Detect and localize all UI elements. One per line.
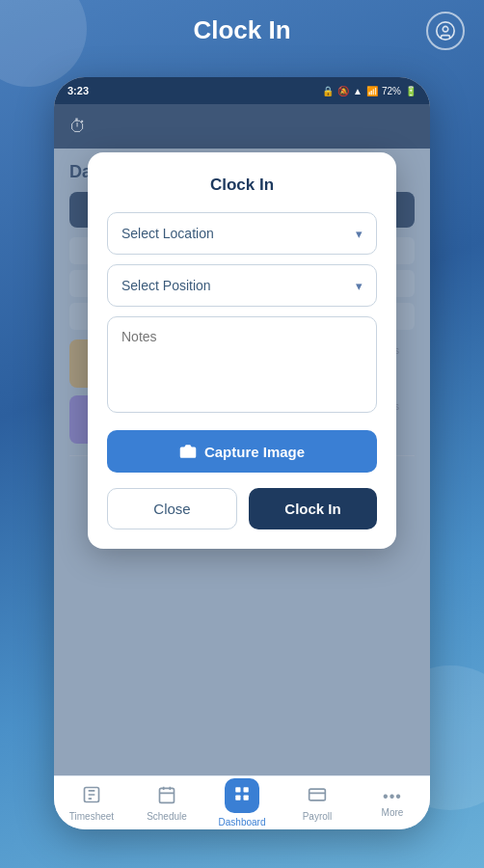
settings-icon[interactable] — [426, 12, 465, 50]
payroll-icon — [308, 785, 327, 809]
svg-rect-5 — [235, 787, 240, 792]
status-time: 3:23 — [67, 85, 89, 96]
svg-rect-8 — [244, 796, 249, 800]
bottom-nav: Timesheet Schedule Dashboard — [54, 775, 430, 829]
clock-in-modal: Clock In Select Location ▾ Select Positi… — [88, 152, 396, 549]
select-position-label: Select Position — [121, 278, 211, 293]
nav-item-more[interactable]: ••• More — [355, 788, 430, 818]
timesheet-label: Timesheet — [69, 811, 114, 822]
close-button[interactable]: Close — [107, 488, 237, 529]
more-icon: ••• — [383, 788, 402, 805]
timesheet-icon — [82, 785, 101, 809]
schedule-label: Schedule — [147, 811, 187, 822]
svg-rect-7 — [235, 796, 240, 800]
app-header: Clock In — [0, 0, 484, 61]
payroll-label: Payroll — [303, 811, 333, 822]
more-label: More — [382, 807, 404, 818]
dashboard-icon — [233, 785, 251, 806]
notes-input[interactable] — [107, 316, 377, 413]
svg-point-1 — [443, 26, 448, 32]
dashboard-active-bg — [225, 778, 259, 813]
nav-item-schedule[interactable]: Schedule — [129, 785, 204, 822]
chevron-down-icon: ▾ — [356, 227, 363, 241]
svg-rect-4 — [160, 788, 175, 802]
modal-title: Clock In — [107, 176, 377, 195]
capture-image-label: Capture Image — [204, 444, 305, 460]
dashboard-label: Dashboard — [219, 817, 266, 827]
select-location-dropdown[interactable]: Select Location ▾ — [107, 212, 377, 255]
chevron-down-icon-2: ▾ — [356, 279, 363, 293]
capture-image-button[interactable]: Capture Image — [107, 430, 377, 473]
nav-item-dashboard[interactable]: Dashboard — [204, 778, 280, 827]
schedule-icon — [157, 785, 176, 809]
app-title: Clock In — [193, 15, 290, 45]
select-position-dropdown[interactable]: Select Position ▾ — [107, 264, 377, 307]
clock-in-button[interactable]: Clock In — [249, 488, 377, 529]
status-icons: 🔒 🔕 ▲ 📶 72% 🔋 — [322, 86, 417, 96]
svg-point-0 — [437, 21, 454, 39]
modal-actions: Close Clock In — [107, 488, 377, 529]
svg-rect-6 — [244, 787, 249, 792]
status-bar: 3:23 🔒 🔕 ▲ 📶 72% 🔋 — [54, 77, 430, 104]
camera-icon — [179, 443, 197, 460]
nav-item-timesheet[interactable]: Timesheet — [54, 785, 129, 822]
svg-rect-9 — [309, 789, 326, 800]
phone-frame: 3:23 🔒 🔕 ▲ 📶 72% 🔋 ⏱ Dashboard Clock In — [54, 77, 430, 829]
select-location-label: Select Location — [121, 226, 214, 241]
modal-overlay: Clock In Select Location ▾ Select Positi… — [54, 104, 430, 775]
app-content: ⏱ Dashboard Clock In hrs hrs — [54, 104, 430, 775]
nav-item-payroll[interactable]: Payroll — [280, 785, 355, 822]
